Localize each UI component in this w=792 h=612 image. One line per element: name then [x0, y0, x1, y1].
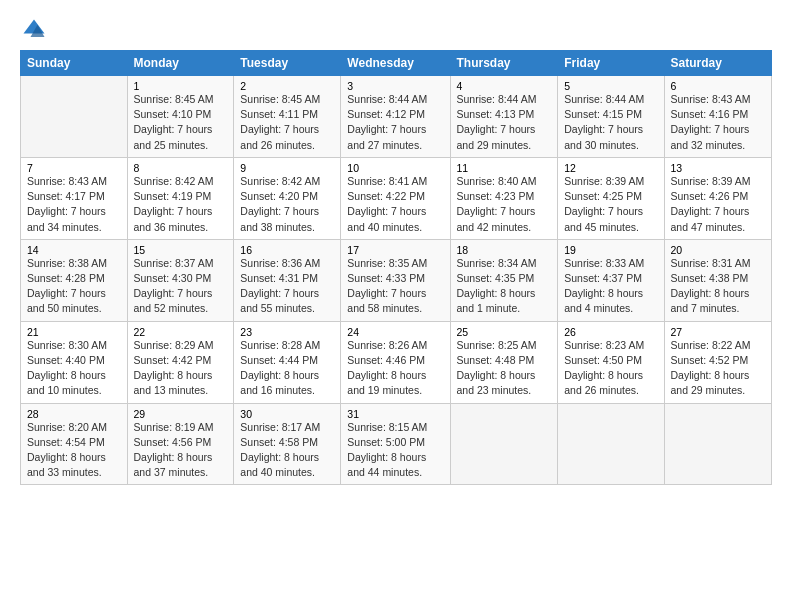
cell-content: 8Sunrise: 8:42 AMSunset: 4:19 PMDaylight…: [134, 162, 228, 235]
day-number: 3: [347, 80, 353, 92]
cell-content: 13Sunrise: 8:39 AMSunset: 4:26 PMDayligh…: [671, 162, 765, 235]
day-number: 6: [671, 80, 677, 92]
sun-info: Sunrise: 8:17 AMSunset: 4:58 PMDaylight:…: [240, 420, 334, 481]
cell-week2-day2: 8Sunrise: 8:42 AMSunset: 4:19 PMDaylight…: [127, 157, 234, 239]
cell-content: 3Sunrise: 8:44 AMSunset: 4:12 PMDaylight…: [347, 80, 443, 153]
cell-week3-day4: 17Sunrise: 8:35 AMSunset: 4:33 PMDayligh…: [341, 239, 450, 321]
sun-info: Sunrise: 8:28 AMSunset: 4:44 PMDaylight:…: [240, 338, 334, 399]
cell-week1-day3: 2Sunrise: 8:45 AMSunset: 4:11 PMDaylight…: [234, 76, 341, 158]
day-number: 23: [240, 326, 252, 338]
cell-content: 23Sunrise: 8:28 AMSunset: 4:44 PMDayligh…: [240, 326, 334, 399]
week-row-1: 1Sunrise: 8:45 AMSunset: 4:10 PMDaylight…: [21, 76, 772, 158]
day-number: 18: [457, 244, 469, 256]
cell-content: 14Sunrise: 8:38 AMSunset: 4:28 PMDayligh…: [27, 244, 121, 317]
sun-info: Sunrise: 8:30 AMSunset: 4:40 PMDaylight:…: [27, 338, 121, 399]
cell-content: 10Sunrise: 8:41 AMSunset: 4:22 PMDayligh…: [347, 162, 443, 235]
cell-week3-day3: 16Sunrise: 8:36 AMSunset: 4:31 PMDayligh…: [234, 239, 341, 321]
cell-week2-day4: 10Sunrise: 8:41 AMSunset: 4:22 PMDayligh…: [341, 157, 450, 239]
cell-content: 5Sunrise: 8:44 AMSunset: 4:15 PMDaylight…: [564, 80, 657, 153]
header: [20, 16, 772, 44]
logo: [20, 16, 52, 44]
sun-info: Sunrise: 8:33 AMSunset: 4:37 PMDaylight:…: [564, 256, 657, 317]
day-number: 27: [671, 326, 683, 338]
week-row-4: 21Sunrise: 8:30 AMSunset: 4:40 PMDayligh…: [21, 321, 772, 403]
sun-info: Sunrise: 8:43 AMSunset: 4:17 PMDaylight:…: [27, 174, 121, 235]
cell-week5-day1: 28Sunrise: 8:20 AMSunset: 4:54 PMDayligh…: [21, 403, 128, 485]
cell-content: 25Sunrise: 8:25 AMSunset: 4:48 PMDayligh…: [457, 326, 552, 399]
sun-info: Sunrise: 8:34 AMSunset: 4:35 PMDaylight:…: [457, 256, 552, 317]
cell-content: 15Sunrise: 8:37 AMSunset: 4:30 PMDayligh…: [134, 244, 228, 317]
day-number: 4: [457, 80, 463, 92]
cell-week4-day4: 24Sunrise: 8:26 AMSunset: 4:46 PMDayligh…: [341, 321, 450, 403]
column-header-thursday: Thursday: [450, 51, 558, 76]
page: SundayMondayTuesdayWednesdayThursdayFrid…: [0, 0, 792, 495]
cell-week4-day3: 23Sunrise: 8:28 AMSunset: 4:44 PMDayligh…: [234, 321, 341, 403]
sun-info: Sunrise: 8:44 AMSunset: 4:13 PMDaylight:…: [457, 92, 552, 153]
sun-info: Sunrise: 8:42 AMSunset: 4:20 PMDaylight:…: [240, 174, 334, 235]
cell-content: 16Sunrise: 8:36 AMSunset: 4:31 PMDayligh…: [240, 244, 334, 317]
cell-week5-day7: [664, 403, 771, 485]
sun-info: Sunrise: 8:37 AMSunset: 4:30 PMDaylight:…: [134, 256, 228, 317]
cell-content: 1Sunrise: 8:45 AMSunset: 4:10 PMDaylight…: [134, 80, 228, 153]
logo-icon: [20, 16, 48, 44]
sun-info: Sunrise: 8:42 AMSunset: 4:19 PMDaylight:…: [134, 174, 228, 235]
cell-content: 29Sunrise: 8:19 AMSunset: 4:56 PMDayligh…: [134, 408, 228, 481]
cell-week3-day6: 19Sunrise: 8:33 AMSunset: 4:37 PMDayligh…: [558, 239, 664, 321]
day-number: 19: [564, 244, 576, 256]
day-number: 17: [347, 244, 359, 256]
calendar-table: SundayMondayTuesdayWednesdayThursdayFrid…: [20, 50, 772, 485]
day-number: 5: [564, 80, 570, 92]
cell-content: 30Sunrise: 8:17 AMSunset: 4:58 PMDayligh…: [240, 408, 334, 481]
sun-info: Sunrise: 8:38 AMSunset: 4:28 PMDaylight:…: [27, 256, 121, 317]
cell-week5-day2: 29Sunrise: 8:19 AMSunset: 4:56 PMDayligh…: [127, 403, 234, 485]
cell-content: 2Sunrise: 8:45 AMSunset: 4:11 PMDaylight…: [240, 80, 334, 153]
day-number: 2: [240, 80, 246, 92]
column-header-monday: Monday: [127, 51, 234, 76]
column-header-wednesday: Wednesday: [341, 51, 450, 76]
sun-info: Sunrise: 8:29 AMSunset: 4:42 PMDaylight:…: [134, 338, 228, 399]
column-header-tuesday: Tuesday: [234, 51, 341, 76]
cell-week1-day5: 4Sunrise: 8:44 AMSunset: 4:13 PMDaylight…: [450, 76, 558, 158]
sun-info: Sunrise: 8:19 AMSunset: 4:56 PMDaylight:…: [134, 420, 228, 481]
cell-content: 28Sunrise: 8:20 AMSunset: 4:54 PMDayligh…: [27, 408, 121, 481]
column-header-sunday: Sunday: [21, 51, 128, 76]
day-number: 13: [671, 162, 683, 174]
day-number: 8: [134, 162, 140, 174]
header-row: SundayMondayTuesdayWednesdayThursdayFrid…: [21, 51, 772, 76]
sun-info: Sunrise: 8:41 AMSunset: 4:22 PMDaylight:…: [347, 174, 443, 235]
cell-content: 27Sunrise: 8:22 AMSunset: 4:52 PMDayligh…: [671, 326, 765, 399]
day-number: 9: [240, 162, 246, 174]
cell-content: 11Sunrise: 8:40 AMSunset: 4:23 PMDayligh…: [457, 162, 552, 235]
sun-info: Sunrise: 8:40 AMSunset: 4:23 PMDaylight:…: [457, 174, 552, 235]
cell-week4-day5: 25Sunrise: 8:25 AMSunset: 4:48 PMDayligh…: [450, 321, 558, 403]
cell-week4-day2: 22Sunrise: 8:29 AMSunset: 4:42 PMDayligh…: [127, 321, 234, 403]
sun-info: Sunrise: 8:39 AMSunset: 4:26 PMDaylight:…: [671, 174, 765, 235]
sun-info: Sunrise: 8:44 AMSunset: 4:15 PMDaylight:…: [564, 92, 657, 153]
day-number: 11: [457, 162, 469, 174]
cell-content: 4Sunrise: 8:44 AMSunset: 4:13 PMDaylight…: [457, 80, 552, 153]
cell-week2-day7: 13Sunrise: 8:39 AMSunset: 4:26 PMDayligh…: [664, 157, 771, 239]
sun-info: Sunrise: 8:39 AMSunset: 4:25 PMDaylight:…: [564, 174, 657, 235]
day-number: 15: [134, 244, 146, 256]
day-number: 16: [240, 244, 252, 256]
cell-content: 20Sunrise: 8:31 AMSunset: 4:38 PMDayligh…: [671, 244, 765, 317]
cell-week1-day1: [21, 76, 128, 158]
day-number: 25: [457, 326, 469, 338]
day-number: 29: [134, 408, 146, 420]
sun-info: Sunrise: 8:45 AMSunset: 4:10 PMDaylight:…: [134, 92, 228, 153]
sun-info: Sunrise: 8:35 AMSunset: 4:33 PMDaylight:…: [347, 256, 443, 317]
cell-content: 9Sunrise: 8:42 AMSunset: 4:20 PMDaylight…: [240, 162, 334, 235]
cell-week5-day5: [450, 403, 558, 485]
cell-week3-day5: 18Sunrise: 8:34 AMSunset: 4:35 PMDayligh…: [450, 239, 558, 321]
column-header-friday: Friday: [558, 51, 664, 76]
cell-content: 24Sunrise: 8:26 AMSunset: 4:46 PMDayligh…: [347, 326, 443, 399]
cell-week4-day7: 27Sunrise: 8:22 AMSunset: 4:52 PMDayligh…: [664, 321, 771, 403]
cell-week1-day6: 5Sunrise: 8:44 AMSunset: 4:15 PMDaylight…: [558, 76, 664, 158]
week-row-5: 28Sunrise: 8:20 AMSunset: 4:54 PMDayligh…: [21, 403, 772, 485]
sun-info: Sunrise: 8:26 AMSunset: 4:46 PMDaylight:…: [347, 338, 443, 399]
cell-week4-day6: 26Sunrise: 8:23 AMSunset: 4:50 PMDayligh…: [558, 321, 664, 403]
cell-week5-day3: 30Sunrise: 8:17 AMSunset: 4:58 PMDayligh…: [234, 403, 341, 485]
day-number: 22: [134, 326, 146, 338]
sun-info: Sunrise: 8:43 AMSunset: 4:16 PMDaylight:…: [671, 92, 765, 153]
sun-info: Sunrise: 8:45 AMSunset: 4:11 PMDaylight:…: [240, 92, 334, 153]
